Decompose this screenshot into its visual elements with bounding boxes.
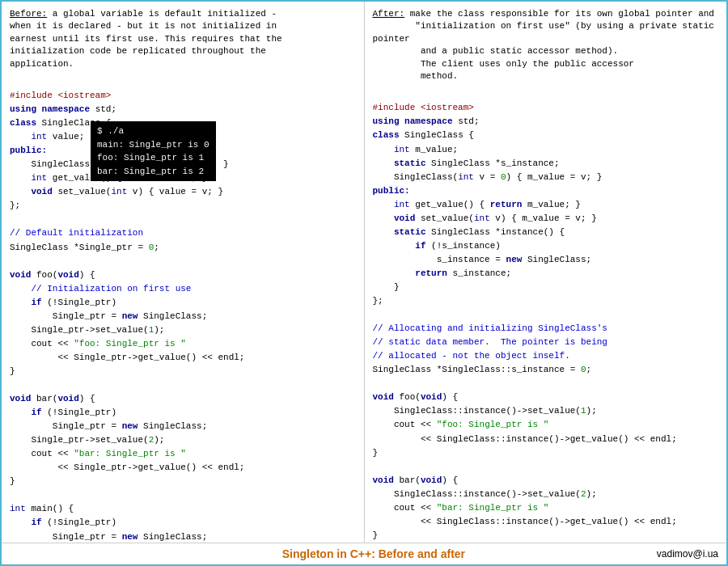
right-desc-underline: After: [373,9,405,19]
right-panel: After: make the class responsible for it… [365,2,727,543]
right-description: After: make the class responsible for it… [373,8,719,82]
left-panel: Before: a global variable is default ini… [2,2,365,543]
footer-title: Singleton in C++: Before and after [91,547,657,560]
footer: Singleton in C++: Before and after vadim… [2,543,726,564]
left-desc-underline: Before: [10,9,47,19]
terminal-output: $ ./a main: Single_ptr is 0 foo: Single_… [91,121,216,181]
content-area: Before: a global variable is default ini… [2,2,726,543]
right-code: #include <iostream> using namespace std;… [373,87,719,543]
left-description: Before: a global variable is default ini… [10,8,356,70]
main-container: Before: a global variable is default ini… [2,2,726,564]
footer-email: vadimov@i.ua [657,548,718,560]
